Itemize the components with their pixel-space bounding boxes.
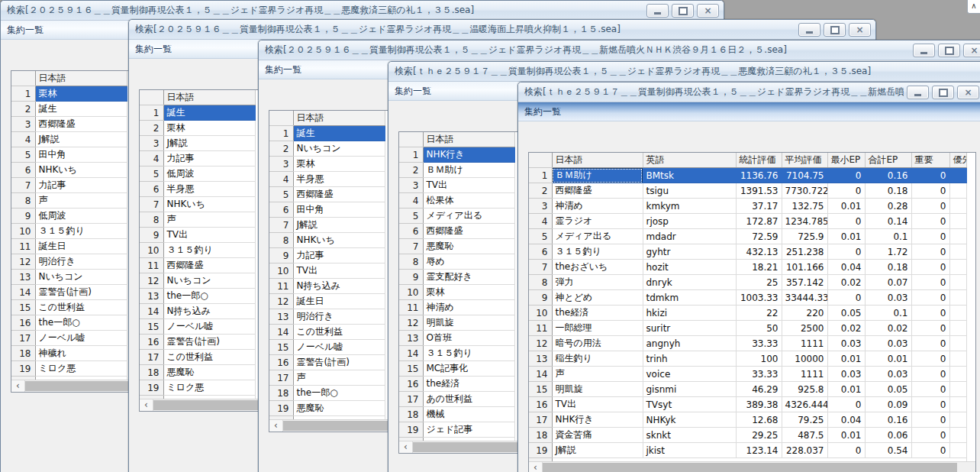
row-number-cell[interactable]: 18	[140, 365, 163, 380]
row-number-cell[interactable]: 18	[269, 386, 293, 401]
grid-cell[interactable]	[949, 412, 966, 428]
grid-cell[interactable]: trinh	[643, 351, 736, 367]
row-number-cell[interactable]: 2	[11, 102, 35, 117]
grid-cell[interactable]: この世利益	[35, 300, 127, 315]
grid-cell[interactable]: 0.03	[865, 367, 911, 382]
grid-cell[interactable]: 0	[827, 183, 865, 199]
grid-cell[interactable]	[949, 321, 966, 336]
grid-cell[interactable]: メディア出る	[423, 209, 514, 224]
grid-cell[interactable]: 7730.722	[782, 183, 827, 199]
row-number-cell[interactable]: 6	[269, 202, 293, 218]
window-titlebar[interactable]: 検索[２０２５９１６＿＿質量制御再現公表１，５＿＿ジェド霊界ラジオ再現＿＿新燃岳…	[259, 40, 980, 60]
row-number-cell[interactable]: 13	[399, 331, 423, 346]
restore-button[interactable]	[932, 86, 954, 99]
grid-cell[interactable]: BMtsk	[643, 168, 736, 183]
grid-column-header[interactable]: 統計評価	[736, 153, 782, 168]
grid-cell[interactable]: NHK行き	[423, 147, 514, 163]
grid-cell[interactable]: 172.87	[736, 214, 782, 229]
grid-cell[interactable]: tdmkm	[643, 290, 736, 306]
grid-cell[interactable]: この世利益	[293, 325, 385, 340]
row-number-cell[interactable]: 10	[11, 224, 35, 239]
search-window-5[interactable]: 検索[ｔｈｅ２５９１７＿＿質量制御再現公表１，５＿＿ジェド霊界ラジオ再現＿＿新燃…	[517, 82, 980, 472]
row-number-cell[interactable]: 16	[140, 335, 163, 350]
grid-column-header[interactable]: 合計EP	[865, 153, 911, 168]
row-number-cell[interactable]: 8	[140, 212, 163, 228]
grid-cell[interactable]: ミロク悪	[163, 380, 255, 396]
grid-cell[interactable]: TV出	[163, 228, 255, 243]
row-number-cell[interactable]: 8	[269, 233, 293, 248]
grid-cell[interactable]: 0	[911, 306, 949, 321]
grid-cell[interactable]	[949, 244, 966, 260]
row-number-cell[interactable]: 4	[399, 193, 423, 209]
grid-cell[interactable]: 0.05	[827, 306, 865, 321]
grid-cell[interactable]: 228.037	[782, 443, 827, 458]
grid-cell[interactable]: 389.38	[736, 397, 782, 412]
grid-cell[interactable]: 栗林	[35, 86, 127, 102]
row-number-cell[interactable]: 14	[11, 285, 35, 300]
row-number-cell[interactable]: 3	[399, 178, 423, 193]
grid-cell[interactable]	[949, 290, 966, 306]
grid-cell[interactable]: 誕生	[163, 105, 255, 121]
scroll-left-button[interactable]: ‹	[529, 462, 543, 472]
row-number-cell[interactable]: 7	[269, 218, 293, 233]
grid-cell[interactable]: 0.16	[865, 168, 911, 183]
grid-cell[interactable]: 0	[911, 367, 949, 382]
row-number-cell[interactable]: 2	[399, 163, 423, 178]
grid-cell[interactable]: 誕生	[35, 102, 127, 117]
scroll-left-button[interactable]: ‹	[269, 420, 283, 432]
grid-cell[interactable]: angnyh	[643, 336, 736, 351]
row-number-cell[interactable]: 15	[140, 319, 163, 335]
row-number-cell[interactable]: 10	[140, 243, 163, 258]
grid-cell[interactable]: 神穢れ	[35, 346, 127, 361]
row-number-cell[interactable]: 14	[140, 304, 163, 319]
grid-cell[interactable]: 0	[911, 382, 949, 397]
grid-cell[interactable]: 0.54	[865, 443, 911, 458]
row-number-cell[interactable]: 17	[11, 331, 35, 346]
row-number-cell[interactable]: 6	[140, 182, 163, 197]
grid-cell[interactable]: 0	[911, 290, 949, 306]
minimize-button[interactable]	[798, 23, 820, 37]
grid-cell[interactable]: 明凱旋	[552, 382, 643, 397]
grid-cell[interactable]: ノーベル嘘	[35, 331, 127, 346]
grid-column-header[interactable]: 平均評価	[782, 153, 827, 168]
row-number-cell[interactable]: 14	[399, 346, 423, 361]
grid-cell[interactable]: 0	[827, 214, 865, 229]
grid-cell[interactable]: 稲生釣り	[552, 351, 643, 367]
grid-cell[interactable]: 0.18	[865, 183, 911, 199]
grid-cell[interactable]: ３１５釣り	[552, 244, 643, 260]
row-number-cell[interactable]: 3	[529, 199, 552, 214]
grid-cell[interactable]: 0	[911, 275, 949, 290]
row-number-cell[interactable]: 12	[140, 273, 163, 289]
grid-cell[interactable]	[949, 214, 966, 229]
grid-cell[interactable]: この世利益	[163, 350, 255, 365]
grid-cell[interactable]: J解説	[35, 132, 127, 147]
row-number-cell[interactable]: 6	[399, 224, 423, 239]
row-number-cell[interactable]: 5	[11, 147, 35, 163]
row-number-cell[interactable]: 1	[140, 105, 163, 121]
grid-cell[interactable]: ＢＭ助け	[552, 168, 643, 183]
row-number-cell[interactable]: 1	[11, 86, 35, 102]
grid-cell[interactable]: 暗号の用法	[552, 336, 643, 351]
row-number-cell[interactable]: 2	[140, 121, 163, 136]
grid-cell[interactable]: 1391.53	[736, 183, 782, 199]
row-number-cell[interactable]: 12	[11, 254, 35, 270]
restore-button[interactable]	[938, 44, 960, 57]
grid-cell[interactable]: あの世利益	[423, 392, 514, 407]
row-number-cell[interactable]: 9	[399, 270, 423, 285]
row-number-cell[interactable]: 4	[529, 214, 552, 229]
row-number-cell[interactable]: 19	[269, 401, 293, 416]
row-number-cell[interactable]: 1	[529, 168, 552, 183]
grid-cell[interactable]	[949, 183, 966, 199]
grid-cell[interactable]: the一郎○	[293, 386, 385, 401]
row-number-cell[interactable]: 4	[269, 172, 293, 187]
grid-cell[interactable]: 0.1	[865, 229, 911, 244]
row-number-cell[interactable]: 19	[11, 361, 35, 377]
grid-cell[interactable]: 0	[911, 260, 949, 275]
grid-column-header[interactable]: 日本語	[163, 90, 255, 105]
row-number-cell[interactable]: 3	[140, 136, 163, 151]
restore-button[interactable]	[672, 4, 694, 18]
grid-cell[interactable]: 明凱旋	[423, 315, 514, 331]
row-number-cell[interactable]: 12	[529, 336, 552, 351]
grid-cell[interactable]: theおざいち	[552, 260, 643, 275]
row-number-cell[interactable]: 16	[399, 377, 423, 392]
